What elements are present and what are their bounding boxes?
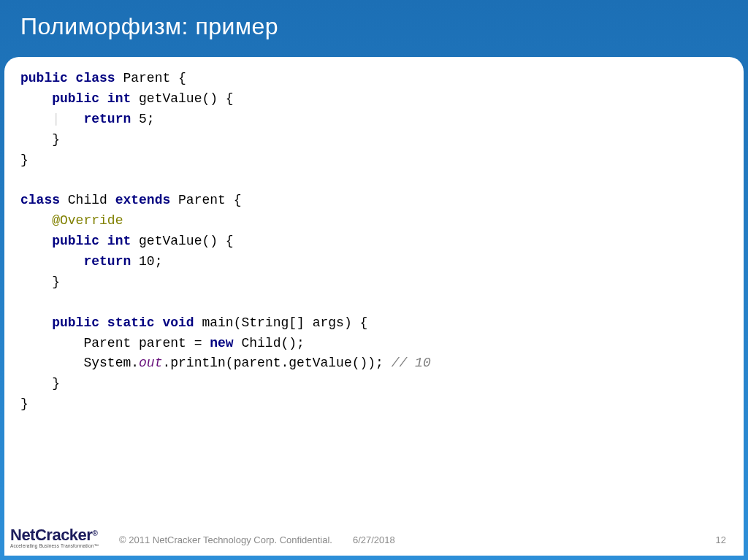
kw: extends: [115, 193, 171, 207]
kw: new: [210, 336, 233, 350]
text: 10;: [131, 254, 162, 269]
kw: public static void: [52, 315, 194, 330]
kw: return: [83, 112, 131, 126]
text: .println(parent.getValue());: [162, 356, 391, 370]
text: }: [20, 153, 28, 167]
kw: public int: [52, 234, 131, 248]
slide-title: Полиморфизм: пример: [0, 0, 748, 49]
kw: class: [20, 193, 60, 207]
kw: return: [83, 254, 131, 269]
kw: public class: [20, 71, 115, 85]
text: System.: [83, 356, 139, 370]
kw: public int: [52, 91, 131, 106]
text: getValue() {: [131, 234, 233, 248]
content-panel: public class Parent { public int getValu…: [4, 57, 744, 556]
logo-part-a: Net: [10, 526, 35, 544]
slide: Полиморфизм: пример public class Parent …: [0, 0, 748, 560]
logo-registered: ®: [92, 529, 97, 537]
indent-guide: |: [20, 112, 83, 126]
annotation: @Override: [52, 213, 123, 228]
logo-wordmark: NetCracker®: [10, 526, 99, 545]
text: Parent parent =: [83, 336, 210, 350]
footer-date: 6/27/2018: [353, 534, 395, 545]
text: }: [52, 275, 60, 289]
text: }: [52, 132, 60, 147]
logo-part-b: Cracker: [35, 526, 92, 544]
text: main(String[] args) {: [194, 315, 368, 330]
text: getValue() {: [131, 91, 233, 106]
indent-guide: [20, 132, 52, 147]
text: Child: [60, 193, 115, 207]
text: Child();: [234, 336, 305, 350]
footer-copyright: © 2011 NetCracker Technology Corp. Confi…: [119, 534, 332, 545]
comment: // 10: [392, 356, 431, 370]
text: }: [20, 396, 28, 411]
logo-tagline: Accelerating Business Transformation™: [10, 543, 99, 548]
text: }: [52, 376, 60, 391]
text: Parent {: [170, 193, 241, 207]
static-field: out: [139, 356, 162, 370]
text: Parent {: [115, 71, 186, 85]
footer: NetCracker® Accelerating Business Transf…: [4, 515, 744, 550]
footer-page-number: 12: [716, 534, 726, 545]
text: 5;: [131, 112, 154, 126]
code-block: public class Parent { public int getValu…: [20, 69, 728, 415]
logo: NetCracker® Accelerating Business Transf…: [10, 526, 99, 548]
